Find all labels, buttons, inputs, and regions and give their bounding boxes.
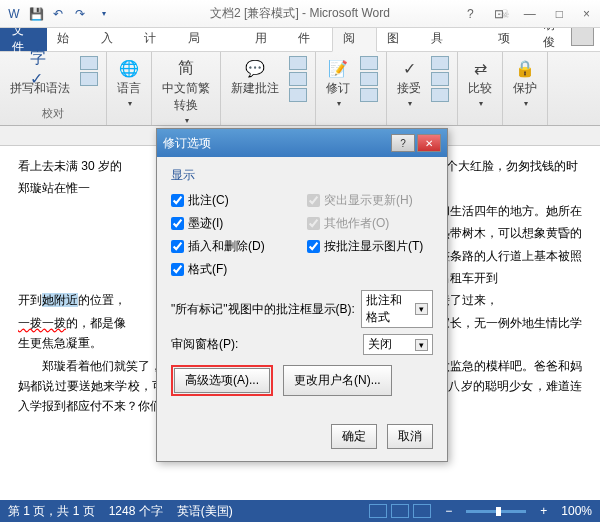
- undo-icon[interactable]: ↶: [50, 6, 66, 22]
- chevron-down-icon: ▾: [415, 303, 428, 315]
- accept-icon: ✓: [399, 58, 419, 78]
- checkbox-insdel[interactable]: 插入和删除(D): [171, 238, 297, 255]
- thesaurus-icon[interactable]: [80, 56, 98, 70]
- compare-button[interactable]: ⇄ 比较▾: [466, 56, 494, 110]
- checkbox-other-authors: 其他作者(O): [307, 215, 433, 232]
- globe-icon: 🌐: [119, 58, 139, 78]
- help-icon[interactable]: ?: [461, 5, 480, 23]
- minimize-icon[interactable]: —: [518, 5, 542, 23]
- show-markup-icon[interactable]: [360, 72, 378, 86]
- group-changes: ✓ 接受▾: [387, 52, 458, 125]
- save-icon[interactable]: 💾: [28, 6, 44, 22]
- view-read-icon[interactable]: [369, 504, 387, 518]
- group-language: 🌐 语言▾: [107, 52, 152, 125]
- checkbox-pictures[interactable]: 按批注显示图片(T): [307, 238, 433, 255]
- cancel-button[interactable]: 取消: [387, 424, 433, 449]
- wordcount-icon[interactable]: [80, 72, 98, 86]
- display-review-icon[interactable]: [360, 56, 378, 70]
- next-comment-icon[interactable]: [289, 88, 307, 102]
- language-button[interactable]: 🌐 语言▾: [115, 56, 143, 110]
- checkbox-ink[interactable]: 墨迹(I): [171, 215, 297, 232]
- zoom-out-icon[interactable]: −: [445, 504, 452, 518]
- spelling-error: 一拨一拨: [18, 316, 66, 330]
- spellcheck-icon: 字✓: [30, 58, 50, 78]
- spell-grammar-button[interactable]: 字✓ 拼写和语法: [8, 56, 72, 99]
- zoom-in-icon[interactable]: +: [540, 504, 547, 518]
- view-switcher: [369, 504, 431, 518]
- status-language[interactable]: 英语(美国): [177, 503, 233, 520]
- close-icon[interactable]: ×: [577, 5, 596, 23]
- combo-balloon[interactable]: 批注和格式▾: [361, 290, 433, 328]
- track-options-dialog: 修订选项 ? ✕ 显示 批注(C) 突出显示更新(H) 墨迹(I) 其他作者(O…: [156, 128, 448, 462]
- group-compare: ⇄ 比较▾: [458, 52, 503, 125]
- dialog-titlebar[interactable]: 修订选项 ? ✕: [157, 129, 447, 157]
- view-print-icon[interactable]: [391, 504, 409, 518]
- combo-review-pane[interactable]: 关闭▾: [363, 334, 433, 355]
- status-wordcount[interactable]: 1248 个字: [109, 503, 163, 520]
- lock-icon: 🔒: [515, 58, 535, 78]
- convert-icon: 简: [176, 58, 196, 78]
- advanced-highlight: 高级选项(A)...: [171, 365, 273, 396]
- section-display: 显示: [171, 167, 433, 184]
- ribbon: 字✓ 拼写和语法 校对 🌐 语言▾ 简 中文简繁 转换▾ 💬 新建批注: [0, 52, 600, 126]
- status-bar: 第 1 页，共 1 页 1248 个字 英语(美国) − + 100%: [0, 500, 600, 522]
- reject-icon[interactable]: [431, 56, 449, 70]
- row-balloon-display: "所有标记"视图中的批注框显示(B): 批注和格式▾: [171, 290, 433, 328]
- group-tracking: 📝 修订▾: [316, 52, 387, 125]
- next-change-icon[interactable]: [431, 88, 449, 102]
- row-review-pane: 审阅窗格(P): 关闭▾: [171, 334, 433, 355]
- accept-button[interactable]: ✓ 接受▾: [395, 56, 423, 110]
- new-comment-button[interactable]: 💬 新建批注: [229, 56, 281, 102]
- dialog-title: 修订选项: [163, 135, 211, 152]
- highlighted-text: 她附近: [42, 293, 78, 307]
- prev-change-icon[interactable]: [431, 72, 449, 86]
- group-cnconv: 简 中文简繁 转换▾: [152, 52, 221, 125]
- dialog-close-icon[interactable]: ✕: [417, 134, 441, 152]
- qat-customize-icon[interactable]: ▾: [96, 6, 112, 22]
- ribbon-tabs: 文件 开始 插入 设计 页面布局 引用 邮件 审阅 视图 开发工具 加载项 胡俊: [0, 28, 600, 52]
- track-icon: 📝: [328, 58, 348, 78]
- checkbox-format[interactable]: 格式(F): [171, 261, 297, 278]
- delete-comment-icon[interactable]: [289, 56, 307, 70]
- redo-icon[interactable]: ↷: [72, 6, 88, 22]
- checkbox-highlight-updates: 突出显示更新(H): [307, 192, 433, 209]
- chinese-convert-button[interactable]: 简 中文简繁 转换▾: [160, 56, 212, 127]
- dialog-help-icon[interactable]: ?: [391, 134, 415, 152]
- track-changes-button[interactable]: 📝 修订▾: [324, 56, 352, 110]
- window-controls: ? ⊡ — □ ×: [461, 5, 596, 23]
- comment-icon: 💬: [245, 58, 265, 78]
- prev-comment-icon[interactable]: [289, 72, 307, 86]
- group-proofing: 字✓ 拼写和语法 校对: [0, 52, 107, 125]
- group-comments: 💬 新建批注: [221, 52, 316, 125]
- word-icon: W: [6, 6, 22, 22]
- zoom-level[interactable]: 100%: [561, 504, 592, 518]
- view-web-icon[interactable]: [413, 504, 431, 518]
- zoom-slider[interactable]: [466, 510, 526, 513]
- maximize-icon[interactable]: □: [550, 5, 569, 23]
- compare-icon: ⇄: [470, 58, 490, 78]
- quick-access-toolbar: W 💾 ↶ ↷ ▾: [0, 6, 118, 22]
- ok-button[interactable]: 确定: [331, 424, 377, 449]
- protect-button[interactable]: 🔒 保护▾: [511, 56, 539, 110]
- status-page[interactable]: 第 1 页，共 1 页: [8, 503, 95, 520]
- change-username-button[interactable]: 更改用户名(N)...: [283, 365, 392, 396]
- document-title: 文档2 [兼容模式] - Microsoft Word: [210, 5, 390, 22]
- advanced-options-button[interactable]: 高级选项(A)...: [174, 368, 270, 393]
- checkbox-comments[interactable]: 批注(C): [171, 192, 297, 209]
- ribbon-options-icon[interactable]: ⊡: [488, 5, 510, 23]
- title-bar: W 💾 ↶ ↷ ▾ 文档2 [兼容模式] - Microsoft Word ☠ …: [0, 0, 600, 28]
- group-protect: 🔒 保护▾: [503, 52, 548, 125]
- chevron-down-icon: ▾: [415, 339, 428, 351]
- reviewing-pane-icon[interactable]: [360, 88, 378, 102]
